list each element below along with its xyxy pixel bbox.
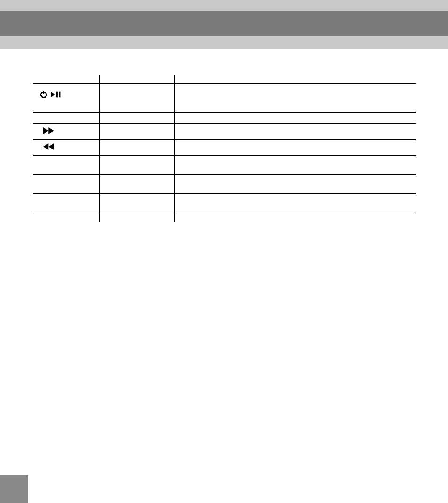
header-dark-band: [0, 11, 448, 36]
page-number-tab: [0, 475, 28, 503]
table-vertical-divider-1: [99, 75, 100, 222]
table-rule: [33, 212, 416, 212]
row-icon-power-play-pause: [39, 90, 61, 99]
svg-marker-11: [48, 143, 54, 150]
play-pause-icon: [51, 91, 61, 98]
svg-marker-5: [51, 92, 55, 98]
table-rule: [33, 139, 416, 140]
svg-marker-9: [48, 127, 54, 134]
table-rule: [33, 112, 416, 113]
svg-rect-7: [59, 92, 60, 98]
fast-forward-icon: [43, 127, 55, 134]
svg-marker-10: [43, 143, 48, 150]
table-vertical-divider-2: [174, 75, 175, 222]
table-rule: [33, 193, 416, 194]
svg-rect-6: [56, 92, 58, 98]
table-rule: [33, 155, 416, 156]
table-rule: [33, 123, 416, 124]
table-rule: [33, 174, 416, 175]
rewind-icon: [43, 143, 55, 150]
power-icon: [39, 90, 48, 99]
table-rule: [33, 83, 416, 84]
svg-marker-8: [43, 127, 48, 134]
